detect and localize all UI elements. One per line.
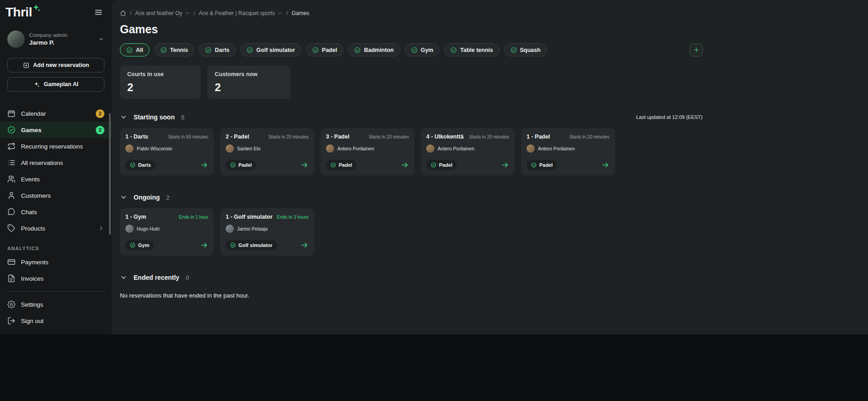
chevron-down-icon[interactable] [277, 10, 283, 16]
reservation-card[interactable]: 4 - UlkokenttäStarts in 20 minutes Anter… [421, 128, 515, 175]
sport-badge-label: Padel [238, 162, 252, 168]
filter-chip-label: Tennis [170, 47, 188, 53]
sport-badge: Gym [125, 240, 154, 250]
chevron-down-icon[interactable] [185, 10, 190, 16]
sidebar-item-calendar[interactable]: Calendar 2 [0, 105, 112, 122]
sidebar-item-recurring-reservations[interactable]: Recurring reservations [0, 138, 112, 154]
user-profile-text: Company admin Jarmo P. [29, 32, 67, 46]
user-avatar [7, 31, 25, 48]
reservation-card[interactable]: 1 - DartsStarts in 50 minutes Pablo Wisc… [120, 128, 214, 175]
check-circle-icon [205, 47, 212, 53]
card-title: 1 - Padel [527, 134, 550, 140]
person-name: Jarmo Pelaaja [237, 226, 268, 231]
plus-icon [693, 46, 700, 53]
sidebar-item-settings[interactable]: Settings [0, 296, 112, 313]
filter-chip-table-tennis[interactable]: Table tennis [444, 43, 499, 57]
add-new-reservation-button[interactable]: Add new reservation [7, 58, 104, 72]
breadcrumb-separator: / [130, 10, 131, 16]
avatar [527, 144, 535, 153]
payments-icon [7, 258, 16, 266]
arrow-right-icon[interactable] [300, 241, 309, 249]
sport-badge-label: Darts [138, 162, 151, 168]
breadcrumb-item-current: Games [292, 10, 310, 16]
user-name: Jarmo P. [29, 39, 67, 46]
invoices-icon [7, 274, 16, 283]
filter-chip-gym[interactable]: Gym [405, 43, 440, 57]
sidebar-collapse-button[interactable] [93, 6, 104, 20]
sport-badge-label: Gym [138, 242, 149, 248]
arrow-right-icon[interactable] [300, 161, 309, 169]
reservation-card[interactable]: 2 - PadelStarts in 20 minutes Santeri El… [220, 128, 314, 175]
gameplan-ai-icon [33, 81, 40, 88]
sidebar-item-payments[interactable]: Payments [0, 254, 112, 270]
chevron-down-icon[interactable] [120, 274, 127, 281]
sidebar-item-all-reservations[interactable]: All reservations [0, 154, 112, 171]
breadcrumb-separator: / [194, 10, 195, 16]
breadcrumb-label: Ace and feather Oy [135, 10, 182, 16]
arrow-right-icon[interactable] [200, 161, 208, 169]
sidebar-item-invoices[interactable]: Invoices [0, 270, 112, 287]
ongoing-cards: 1 - GymEnds in 1 hour Hugo Hutri Gym 1 -… [120, 208, 703, 256]
app-logo[interactable]: Thril [5, 5, 41, 20]
filter-chip-badminton[interactable]: Badminton [348, 43, 400, 57]
sidebar-scrollbar[interactable] [109, 113, 111, 235]
chevron-down-icon[interactable] [120, 194, 127, 201]
check-circle-icon [126, 47, 133, 53]
arrow-right-icon[interactable] [601, 161, 610, 169]
sport-badge-label: Padel [539, 162, 553, 168]
sport-badge-label: Padel [339, 162, 352, 168]
user-role: Company admin [29, 32, 67, 38]
sidebar-item-label: Customers [21, 192, 51, 199]
sidebar-item-label: Calendar [21, 110, 46, 117]
sidebar-item-games[interactable]: Games 2 [0, 122, 112, 138]
person-name: Hugo Hutri [137, 226, 160, 231]
reservation-card[interactable]: 1 - PadelStarts in 20 minutes Antero Por… [521, 128, 615, 175]
analytics-section-label: ANALYTICS [7, 246, 104, 251]
arrow-right-icon[interactable] [200, 241, 208, 249]
sidebar-actions: Add new reservation Gameplan AI [7, 58, 104, 92]
breadcrumb-item-company[interactable]: Ace and feather Oy [135, 10, 190, 16]
add-button[interactable] [690, 44, 703, 57]
filter-chip-tennis[interactable]: Tennis [154, 43, 194, 57]
sidebar-item-sign-out[interactable]: Sign out [0, 313, 112, 329]
sidebar-item-customers[interactable]: Customers [0, 187, 112, 204]
reservation-card[interactable]: 1 - GymEnds in 1 hour Hugo Hutri Gym [120, 208, 214, 256]
chats-icon [7, 208, 16, 216]
arrow-right-icon[interactable] [501, 161, 509, 169]
chevron-down-icon[interactable] [120, 113, 127, 121]
app-root: Thril Company admin Jarmo P. Add new res [0, 0, 868, 334]
filter-chip-all[interactable]: All [120, 43, 150, 57]
person-name: Santeri Elo [237, 146, 260, 151]
sidebar-item-events[interactable]: Events [0, 171, 112, 187]
avatar [426, 144, 434, 153]
reservation-card[interactable]: 3 - PadelStarts in 20 minutes Antero Por… [320, 128, 414, 175]
filter-chip-label: All [136, 47, 143, 53]
filter-chip-squash[interactable]: Squash [504, 43, 547, 57]
sidebar-item-chats[interactable]: Chats [0, 204, 112, 220]
reservation-card[interactable]: 1 - Golf simulatorEnds in 3 hours Jarmo … [220, 208, 314, 256]
filter-chip-padel[interactable]: Padel [306, 43, 343, 57]
sidebar-item-label: Games [21, 127, 41, 134]
section-ended-header: Ended recently 0 [120, 274, 703, 281]
filter-chip-golf-simulator[interactable]: Golf simulator [240, 43, 301, 57]
sidebar-item-products[interactable]: Products [0, 220, 112, 236]
check-circle-icon [354, 47, 361, 53]
plus-square-icon [23, 62, 30, 69]
sidebar-item-label: Chats [21, 209, 37, 216]
stat-label: Courts in use [127, 71, 193, 77]
home-icon[interactable] [120, 10, 126, 16]
chevron-down-icon [98, 36, 104, 42]
gameplan-ai-button[interactable]: Gameplan AI [7, 77, 104, 92]
check-circle-icon [531, 162, 537, 168]
breadcrumb-item-venue[interactable]: Ace & Feather | Racquet sports [199, 10, 283, 16]
arrow-right-icon[interactable] [401, 161, 409, 169]
sport-badge-label: Golf simulator [238, 242, 273, 248]
sport-badge: Golf simulator [226, 240, 277, 250]
card-time: Starts in 20 minutes [569, 134, 610, 139]
person-name: Antero Porilainen [337, 146, 374, 151]
card-title: 1 - Gym [125, 214, 146, 220]
user-profile[interactable]: Company admin Jarmo P. [7, 31, 104, 48]
filter-chip-darts[interactable]: Darts [199, 43, 236, 57]
products-icon [7, 224, 16, 232]
section-ongoing-header: Ongoing 2 [120, 194, 703, 201]
